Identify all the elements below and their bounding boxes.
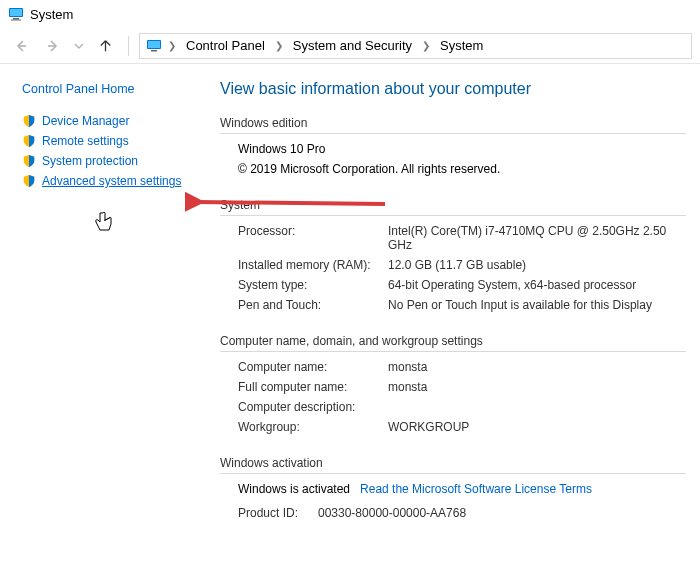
value: 64-bit Operating System, x64-based proce…	[388, 278, 686, 292]
breadcrumb-control-panel[interactable]: Control Panel	[182, 38, 269, 53]
windows-copyright: © 2019 Microsoft Corporation. All rights…	[238, 162, 686, 176]
value: Intel(R) Core(TM) i7-4710MQ CPU @ 2.50GH…	[388, 224, 686, 252]
shield-icon	[22, 114, 36, 128]
sidebar: Control Panel Home Device Manager Remote…	[0, 64, 210, 582]
label: Installed memory (RAM):	[238, 258, 388, 272]
up-button[interactable]	[92, 33, 118, 59]
breadcrumb-system[interactable]: System	[436, 38, 487, 53]
breadcrumb-system-security[interactable]: System and Security	[289, 38, 416, 53]
label: System type:	[238, 278, 388, 292]
control-panel-home-link[interactable]: Control Panel Home	[22, 82, 198, 96]
label: Product ID:	[238, 506, 318, 520]
divider	[128, 36, 129, 56]
monitor-icon	[146, 38, 162, 54]
main-pane: View basic information about your comput…	[210, 64, 700, 582]
chevron-right-icon[interactable]: ❯	[166, 40, 178, 51]
sidebar-item-advanced-system-settings[interactable]: Advanced system settings	[22, 174, 198, 188]
value: 00330-80000-00000-AA768	[318, 506, 686, 520]
row-computer-name: Computer name: monsta	[238, 360, 686, 374]
value: No Pen or Touch Input is available for t…	[388, 298, 686, 312]
row-ram: Installed memory (RAM): 12.0 GB (11.7 GB…	[238, 258, 686, 272]
svg-rect-7	[148, 41, 160, 48]
chevron-right-icon[interactable]: ❯	[420, 40, 432, 51]
label: Workgroup:	[238, 420, 388, 434]
shield-icon	[22, 154, 36, 168]
row-system-type: System type: 64-bit Operating System, x6…	[238, 278, 686, 292]
row-product-id: Product ID: 00330-80000-00000-AA768	[238, 506, 686, 520]
svg-rect-3	[11, 20, 21, 21]
forward-button[interactable]	[40, 33, 66, 59]
label: Pen and Touch:	[238, 298, 388, 312]
row-computer-description: Computer description:	[238, 400, 686, 414]
value: monsta	[388, 360, 686, 374]
license-terms-link[interactable]: Read the Microsoft Software License Term…	[360, 482, 592, 496]
section-head-activation: Windows activation	[220, 456, 686, 474]
label: Processor:	[238, 224, 388, 252]
svg-rect-2	[13, 18, 19, 20]
row-pen-touch: Pen and Touch: No Pen or Touch Input is …	[238, 298, 686, 312]
label: Computer name:	[238, 360, 388, 374]
windows-product: Windows 10 Pro	[238, 142, 686, 156]
recent-locations-button[interactable]	[72, 33, 86, 59]
row-full-computer-name: Full computer name: monsta	[238, 380, 686, 394]
sidebar-item-label: Remote settings	[42, 134, 129, 148]
row-processor: Processor: Intel(R) Core(TM) i7-4710MQ C…	[238, 224, 686, 252]
value: WORKGROUP	[388, 420, 686, 434]
titlebar: System	[0, 0, 700, 28]
address-bar[interactable]: ❯ Control Panel ❯ System and Security ❯ …	[139, 33, 692, 59]
value	[388, 400, 686, 414]
sidebar-item-label: System protection	[42, 154, 138, 168]
sidebar-item-label: Device Manager	[42, 114, 129, 128]
section-head-name: Computer name, domain, and workgroup set…	[220, 334, 686, 352]
window-title: System	[30, 7, 73, 22]
section-head-edition: Windows edition	[220, 116, 686, 134]
sidebar-item-remote-settings[interactable]: Remote settings	[22, 134, 198, 148]
navbar: ❯ Control Panel ❯ System and Security ❯ …	[0, 28, 700, 64]
system-icon	[8, 6, 24, 22]
sidebar-item-device-manager[interactable]: Device Manager	[22, 114, 198, 128]
section-head-system: System	[220, 198, 686, 216]
label: Computer description:	[238, 400, 388, 414]
value: monsta	[388, 380, 686, 394]
svg-rect-1	[10, 9, 22, 16]
value: 12.0 GB (11.7 GB usable)	[388, 258, 686, 272]
back-button[interactable]	[8, 33, 34, 59]
chevron-right-icon[interactable]: ❯	[273, 40, 285, 51]
svg-rect-8	[151, 50, 157, 52]
label: Full computer name:	[238, 380, 388, 394]
row-workgroup: Workgroup: WORKGROUP	[238, 420, 686, 434]
shield-icon	[22, 134, 36, 148]
sidebar-item-label: Advanced system settings	[42, 174, 181, 188]
sidebar-item-system-protection[interactable]: System protection	[22, 154, 198, 168]
shield-icon	[22, 174, 36, 188]
activation-status: Windows is activated	[238, 482, 350, 496]
page-title: View basic information about your comput…	[220, 80, 686, 98]
